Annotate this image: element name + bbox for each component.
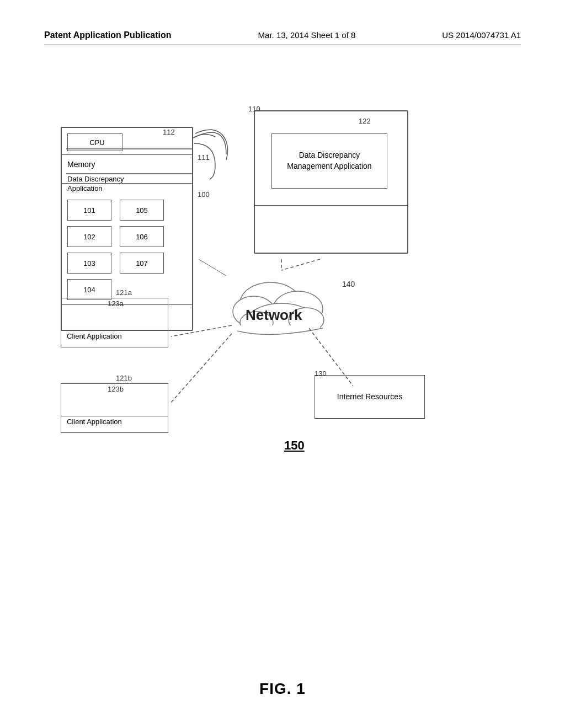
subbox-106: 106 — [120, 226, 164, 247]
svg-point-6 — [240, 312, 273, 334]
svg-line-15 — [171, 334, 232, 403]
data-disc-mgmt-label: Data DiscrepancyManagement Application — [287, 150, 371, 172]
subbox-104: 104 — [67, 279, 111, 300]
ref-112: 112 — [163, 128, 175, 136]
svg-point-5 — [248, 303, 315, 336]
svg-point-4 — [233, 296, 275, 327]
ref-123b: 123b — [108, 385, 124, 393]
subbox-102: 102 — [67, 226, 111, 247]
svg-text:140: 140 — [342, 280, 355, 288]
ref-121a: 121a — [116, 288, 132, 297]
ref-100: 100 — [198, 190, 210, 199]
internet-resources-label: Internet Resources — [337, 392, 402, 403]
box-130: Internet Resources — [315, 375, 425, 419]
subbox-105: 105 — [120, 200, 164, 221]
data-disc-app-label: Data DiscrepancyApplication — [67, 175, 124, 194]
header: Patent Application Publication Mar. 13, … — [44, 30, 521, 45]
header-date-sheet: Mar. 13, 2014 Sheet 1 of 8 — [258, 30, 356, 40]
fig-caption: FIG. 1 — [0, 680, 565, 698]
subbox-107: 107 — [120, 253, 164, 274]
ref-110: 110 — [248, 105, 260, 113]
svg-point-2 — [240, 282, 301, 324]
header-patent-number: US 2014/0074731 A1 — [442, 30, 521, 40]
subbox-103: 103 — [67, 253, 111, 274]
subbox-101: 101 — [67, 200, 111, 221]
header-publication-type: Patent Application Publication — [44, 30, 172, 40]
svg-point-3 — [273, 291, 323, 326]
box-110: Data DiscrepancyManagement Application — [254, 110, 408, 254]
page: Patent Application Publication Mar. 13, … — [0, 0, 565, 728]
svg-text:Network: Network — [246, 307, 302, 323]
diagram: Network 140 CPU — [44, 83, 521, 673]
ref-123a: 123a — [108, 299, 124, 308]
ref-150: 150 — [284, 438, 305, 453]
ref-122: 122 — [359, 117, 371, 125]
svg-rect-8 — [237, 325, 320, 342]
ref-121b: 121b — [116, 374, 132, 382]
ref-111: 111 — [198, 153, 210, 162]
ref-130: 130 — [315, 370, 327, 378]
client-app-label-a: Client Application — [67, 332, 122, 340]
cpu-label: CPU — [89, 138, 104, 147]
client-app-label-b: Client Application — [67, 417, 122, 426]
svg-point-7 — [289, 308, 324, 332]
memory-label: Memory — [67, 160, 95, 169]
svg-line-12 — [281, 259, 320, 270]
box-cpu: CPU — [67, 133, 122, 151]
svg-line-16 — [199, 259, 226, 276]
box-122: Data DiscrepancyManagement Application — [271, 133, 387, 189]
